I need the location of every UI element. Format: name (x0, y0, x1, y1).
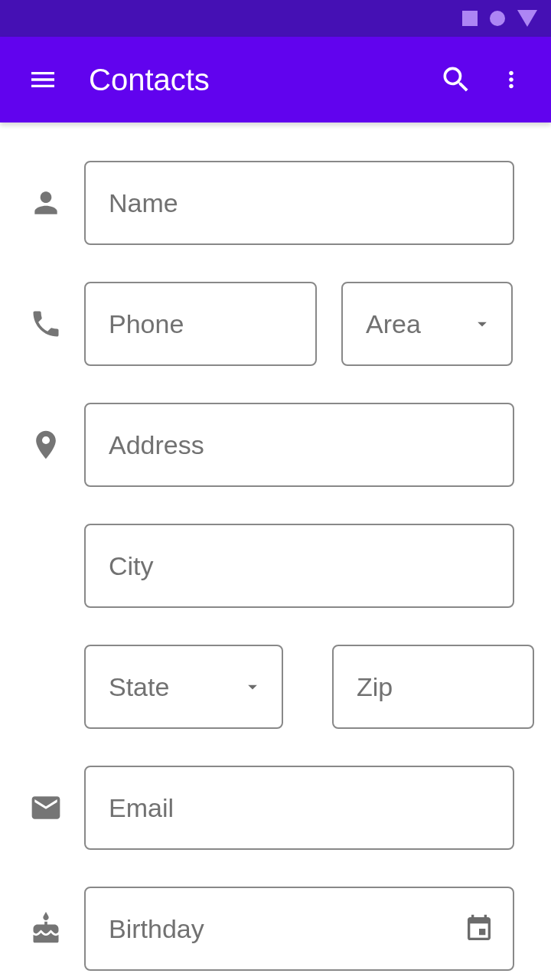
app-bar: Contacts (0, 37, 551, 122)
field-placeholder: Area (366, 309, 421, 339)
row-city: City (23, 524, 514, 608)
page-title: Contacts (89, 63, 422, 97)
zip-field[interactable]: Zip (332, 645, 534, 729)
row-name: Name (23, 161, 514, 245)
lead-icon-container (23, 307, 69, 341)
phone-field[interactable]: Phone (84, 282, 317, 366)
lead-icon-container (23, 791, 69, 825)
calendar-icon (464, 913, 494, 944)
lead-icon-container (23, 428, 69, 462)
area-select[interactable]: Area (341, 282, 513, 366)
lead-icon-container (23, 912, 69, 946)
row-state-zip: State Zip (23, 645, 514, 729)
row-birthday: Birthday (23, 887, 514, 971)
lead-icon-container (23, 186, 69, 220)
contact-form: Name Phone Area Address (0, 122, 551, 971)
menu-icon (28, 64, 58, 95)
dropdown-trigger (242, 676, 263, 697)
status-indicator-circle (490, 11, 505, 26)
chevron-down-icon (471, 313, 493, 335)
person-icon (29, 186, 63, 220)
menu-button[interactable] (24, 61, 61, 98)
field-placeholder: Email (109, 793, 174, 823)
row-email: Email (23, 766, 514, 850)
name-field[interactable]: Name (84, 161, 514, 245)
more-vert-icon (498, 67, 524, 93)
search-button[interactable] (435, 58, 478, 101)
status-indicator-triangle (517, 10, 537, 27)
dropdown-trigger (471, 313, 493, 335)
status-bar (0, 0, 551, 37)
birthday-field[interactable]: Birthday (84, 887, 514, 971)
search-icon (439, 63, 473, 96)
more-button[interactable] (490, 58, 533, 101)
email-icon (29, 791, 63, 825)
row-phone: Phone Area (23, 282, 514, 366)
email-field[interactable]: Email (84, 766, 514, 850)
location-icon (29, 428, 63, 462)
chevron-down-icon (242, 676, 263, 697)
status-indicator-square (462, 11, 478, 26)
field-placeholder: City (109, 551, 154, 581)
cake-icon (29, 912, 63, 946)
field-placeholder: Phone (109, 309, 184, 339)
field-placeholder: State (109, 672, 169, 702)
city-field[interactable]: City (84, 524, 514, 608)
field-placeholder: Address (109, 430, 204, 460)
field-placeholder: Name (109, 188, 178, 218)
field-placeholder: Zip (357, 672, 393, 702)
phone-icon (29, 307, 63, 341)
address-field[interactable]: Address (84, 403, 514, 487)
date-picker-trigger[interactable] (464, 913, 494, 944)
field-placeholder: Birthday (109, 914, 204, 944)
row-address: Address (23, 403, 514, 487)
state-select[interactable]: State (84, 645, 283, 729)
